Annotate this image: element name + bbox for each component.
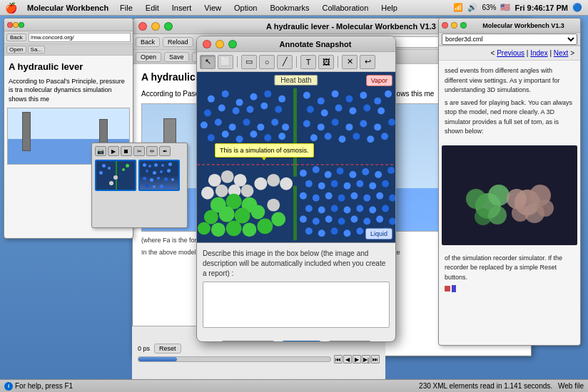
svg-point-31	[222, 91, 229, 98]
menu-option[interactable]: Option	[228, 2, 263, 14]
svg-point-61	[201, 187, 214, 200]
svg-point-58	[216, 185, 228, 197]
svg-rect-28	[292, 179, 298, 186]
thumb-toolbar: 📷 ▶ ⏹ ✂ ✏ ✒	[95, 146, 184, 156]
menu-collaboration[interactable]: Collaboration	[316, 2, 374, 14]
ctrl-next[interactable]: ▶|	[362, 355, 370, 363]
svg-point-53	[264, 134, 271, 141]
svg-point-96	[360, 120, 367, 127]
nav-previous[interactable]: Previous	[497, 49, 524, 57]
svg-point-101	[339, 135, 346, 143]
thumb-btn-stop[interactable]: ⏹	[121, 146, 132, 156]
svg-point-146	[344, 229, 351, 237]
thumb-btn-camera[interactable]: 📷	[95, 146, 106, 156]
svg-point-45	[243, 118, 250, 125]
svg-rect-25	[293, 155, 297, 177]
ctrl-play[interactable]: ▶	[353, 355, 361, 363]
tool-undo[interactable]: ↩	[360, 55, 375, 69]
thumbnail-1[interactable]	[95, 160, 136, 191]
svg-point-87	[321, 110, 328, 117]
svg-point-20	[512, 205, 529, 222]
left-max-btn[interactable]	[19, 22, 24, 28]
ctrl-fastforward[interactable]: ⏭	[371, 355, 380, 363]
min-btn[interactable]	[151, 22, 160, 31]
left-min-btn[interactable]	[13, 22, 19, 28]
svg-rect-24	[293, 88, 297, 145]
right-min-btn[interactable]	[451, 22, 457, 29]
tool-arrow[interactable]: ↖	[200, 55, 216, 69]
left-back-btn[interactable]: Back	[6, 33, 26, 41]
left-address-input[interactable]	[29, 33, 131, 42]
svg-point-108	[337, 167, 344, 175]
ctrl-prev[interactable]: ◀	[343, 355, 352, 363]
svg-point-97	[374, 123, 381, 130]
thumb-btn-pencil[interactable]: ✒	[159, 146, 171, 156]
next-button[interactable]: Next	[281, 341, 322, 342]
svg-point-47	[271, 118, 278, 125]
apple-menu[interactable]: 🍎	[0, 2, 21, 14]
tool-text[interactable]: T	[300, 55, 316, 69]
open-button[interactable]: Open	[136, 52, 161, 62]
close-button[interactable]: Close	[328, 341, 372, 342]
menu-view[interactable]: View	[198, 2, 227, 14]
max-btn[interactable]	[164, 22, 173, 31]
svg-point-142	[389, 217, 395, 225]
tool-rect[interactable]: ▭	[241, 55, 257, 69]
tool-select[interactable]: ⬜	[218, 55, 233, 69]
thumbnail-panel: 📷 ▶ ⏹ ✂ ✏ ✒	[91, 143, 188, 228]
thumbnail-2[interactable]	[138, 160, 180, 191]
ctrl-rewind[interactable]: ⏮	[334, 355, 343, 363]
cml-file-dropdown[interactable]: border3d.cml	[442, 33, 577, 45]
thumb-btn-cut[interactable]: ✂	[133, 146, 145, 156]
svg-point-34	[218, 105, 225, 112]
tool-line[interactable]: ╱	[277, 55, 293, 69]
left-open-btn[interactable]: Open	[6, 46, 26, 53]
menubar-right: 📶 🔊 63% 🇺🇸 Fri 9:46:17 PM 🔵	[453, 3, 588, 12]
right-panel-nav: < Previous | Index | Next >	[439, 46, 580, 61]
nav-index[interactable]: Index	[530, 49, 547, 57]
previous-button[interactable]: Previous	[220, 341, 275, 342]
svg-point-60	[241, 185, 254, 197]
left-heading: A hydraulic lever	[9, 60, 128, 74]
annotate-max-btn[interactable]	[228, 40, 237, 48]
right-close-btn[interactable]	[442, 22, 448, 29]
tool-circle[interactable]: ○	[259, 55, 275, 69]
reset-button[interactable]: Reset	[154, 344, 181, 354]
webfile-text: Web file	[558, 382, 584, 390]
svg-point-35	[233, 108, 240, 115]
help-section: i For help, press F1	[4, 382, 73, 391]
menu-file[interactable]: File	[114, 2, 138, 14]
svg-point-105	[300, 170, 307, 177]
menu-insert[interactable]: Insert	[166, 2, 198, 14]
menu-edit[interactable]: Edit	[140, 2, 165, 14]
reload-button[interactable]: Reload	[163, 37, 193, 47]
left-close-btn[interactable]	[7, 22, 13, 28]
description-textarea[interactable]	[203, 282, 390, 328]
thumb-btn-play[interactable]: ▶	[108, 146, 119, 156]
3d-molecule-view	[442, 145, 577, 245]
annotate-min-btn[interactable]	[216, 40, 224, 48]
left-save-btn[interactable]: Sa...	[28, 46, 45, 53]
right-panel-window: Molecular Workbench V1.3 border3d.cml < …	[438, 18, 581, 346]
save-button[interactable]: Save	[164, 52, 189, 62]
nav-next[interactable]: Next	[554, 49, 569, 57]
menu-help[interactable]: Help	[375, 2, 403, 14]
close-btn[interactable]	[138, 22, 147, 31]
vapor-button[interactable]: Vapor	[366, 75, 392, 86]
tool-delete[interactable]: ✕	[342, 55, 358, 69]
tool-image[interactable]: 🖼	[318, 55, 334, 69]
bluetooth-icon: 🔵	[572, 3, 582, 12]
svg-point-139	[350, 215, 358, 222]
back-button[interactable]: Back	[136, 37, 160, 47]
svg-point-49	[208, 134, 215, 141]
liquid-button[interactable]: Liquid	[365, 228, 392, 239]
right-panel-content: ssed events from different angles with d…	[439, 61, 580, 143]
heat-bath-label: Heat bath	[274, 75, 318, 86]
annotate-close-btn[interactable]	[203, 40, 211, 48]
right-max-btn[interactable]	[460, 22, 467, 29]
thumb-btn-pen[interactable]: ✏	[146, 146, 158, 156]
svg-point-46	[257, 123, 264, 130]
annotate-title: Annotate Snapshot	[241, 40, 390, 48]
menu-bookmarks[interactable]: Bookmarks	[264, 2, 315, 14]
svg-point-112	[387, 167, 395, 174]
